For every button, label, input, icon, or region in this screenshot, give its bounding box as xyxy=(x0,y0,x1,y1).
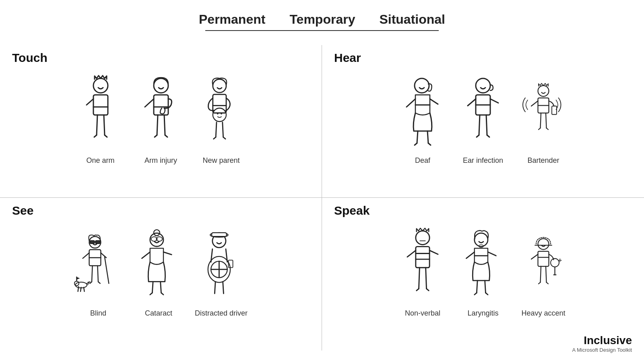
speak-figures: Non-verbal xyxy=(334,222,632,324)
speak-title: Speak xyxy=(334,204,632,217)
svg-line-33 xyxy=(428,143,431,145)
svg-line-41 xyxy=(477,135,479,137)
header-temporary: Temporary xyxy=(289,12,355,27)
svg-line-49 xyxy=(546,113,547,128)
icon-one-arm xyxy=(76,73,125,153)
figure-deaf: Deaf xyxy=(398,73,447,165)
icon-distracted-driver xyxy=(197,226,245,306)
see-title: See xyxy=(12,204,310,217)
svg-line-95 xyxy=(223,282,224,294)
branding-sub: A Microsoft Design Toolkit xyxy=(572,347,632,353)
svg-line-82 xyxy=(150,293,153,295)
touch-title: Touch xyxy=(12,51,310,65)
svg-line-11 xyxy=(157,115,158,135)
svg-line-13 xyxy=(155,135,157,137)
svg-line-5 xyxy=(94,135,97,137)
label-cataract: Cataract xyxy=(145,309,172,318)
figure-distracted-driver: Distracted driver xyxy=(195,226,248,318)
svg-line-113 xyxy=(475,293,477,295)
svg-line-22 xyxy=(216,122,217,137)
svg-line-48 xyxy=(541,113,541,128)
svg-line-42 xyxy=(487,135,489,137)
figure-arm-injury: Arm injury xyxy=(137,73,185,165)
svg-line-58 xyxy=(83,253,89,258)
svg-line-129 xyxy=(547,282,549,284)
main-grid: Touch xyxy=(0,45,644,351)
svg-line-69 xyxy=(80,287,81,291)
svg-line-92 xyxy=(226,249,227,262)
svg-rect-98 xyxy=(416,246,429,267)
svg-line-59 xyxy=(101,253,106,258)
figure-blind: Blind xyxy=(74,226,122,318)
label-ear-infection: Ear infection xyxy=(463,156,503,165)
svg-line-31 xyxy=(427,131,428,143)
figure-heavy-accent: Heavy accent xyxy=(519,226,568,318)
icon-deaf xyxy=(398,73,447,153)
svg-line-38 xyxy=(490,99,498,103)
touch-figures: One arm xyxy=(12,69,310,171)
svg-line-39 xyxy=(479,115,480,135)
svg-line-2 xyxy=(87,99,93,105)
svg-line-29 xyxy=(430,99,438,104)
label-laryngitis: Laryngitis xyxy=(467,309,498,318)
hear-figures: Deaf xyxy=(334,69,632,171)
branding-main: Inclusive xyxy=(572,334,632,347)
branding: Inclusive A Microsoft Design Toolkit xyxy=(572,334,632,353)
figure-one-arm: One arm xyxy=(76,73,125,165)
svg-line-40 xyxy=(486,115,487,135)
svg-rect-47 xyxy=(552,106,557,115)
svg-line-6 xyxy=(105,135,107,137)
svg-line-46 xyxy=(531,101,538,106)
svg-line-104 xyxy=(426,268,427,289)
icon-non-verbal xyxy=(398,226,447,306)
label-heavy-accent: Heavy accent xyxy=(521,309,565,318)
svg-point-21 xyxy=(221,113,222,115)
figure-laryngitis: Laryngitis xyxy=(459,226,507,318)
svg-line-127 xyxy=(546,267,547,283)
svg-line-23 xyxy=(222,122,223,137)
svg-line-79 xyxy=(163,252,171,254)
see-section: See xyxy=(0,198,322,351)
label-deaf: Deaf xyxy=(415,156,430,165)
see-figures: Blind xyxy=(12,222,310,324)
hear-title: Hear xyxy=(334,51,632,65)
label-blind: Blind xyxy=(90,309,106,318)
label-bartender: Bartender xyxy=(527,156,559,165)
svg-line-102 xyxy=(429,250,438,254)
figure-ear-infection: Ear infection xyxy=(459,73,507,165)
header-situational: Situational xyxy=(379,12,445,27)
figure-new-parent: New parent xyxy=(197,73,246,165)
svg-line-83 xyxy=(161,293,163,295)
svg-point-96 xyxy=(416,231,429,244)
svg-point-34 xyxy=(476,78,490,93)
svg-line-120 xyxy=(531,254,538,259)
icon-heavy-accent xyxy=(519,226,568,306)
svg-line-64 xyxy=(98,282,100,283)
label-one-arm: One arm xyxy=(86,156,114,165)
svg-line-103 xyxy=(419,268,419,289)
label-arm-injury: Arm injury xyxy=(144,156,177,165)
icon-arm-injury xyxy=(137,73,185,153)
svg-line-94 xyxy=(215,282,216,294)
svg-line-32 xyxy=(415,143,417,145)
svg-point-20 xyxy=(217,113,218,115)
svg-line-81 xyxy=(161,282,161,293)
svg-point-26 xyxy=(415,78,429,93)
svg-rect-53 xyxy=(90,241,94,244)
svg-rect-118 xyxy=(538,251,549,267)
svg-line-70 xyxy=(84,287,85,291)
svg-line-78 xyxy=(142,252,150,258)
svg-line-105 xyxy=(417,289,419,291)
svg-rect-1 xyxy=(93,95,108,115)
svg-line-50 xyxy=(539,128,541,130)
svg-line-3 xyxy=(97,115,97,135)
svg-marker-72 xyxy=(76,277,80,279)
icon-blind xyxy=(74,226,122,306)
touch-section: Touch xyxy=(0,45,322,198)
svg-line-80 xyxy=(152,282,153,293)
svg-line-128 xyxy=(539,282,541,284)
svg-line-37 xyxy=(468,99,476,106)
svg-point-16 xyxy=(213,79,226,92)
svg-line-114 xyxy=(485,293,488,295)
label-new-parent: New parent xyxy=(202,156,239,165)
